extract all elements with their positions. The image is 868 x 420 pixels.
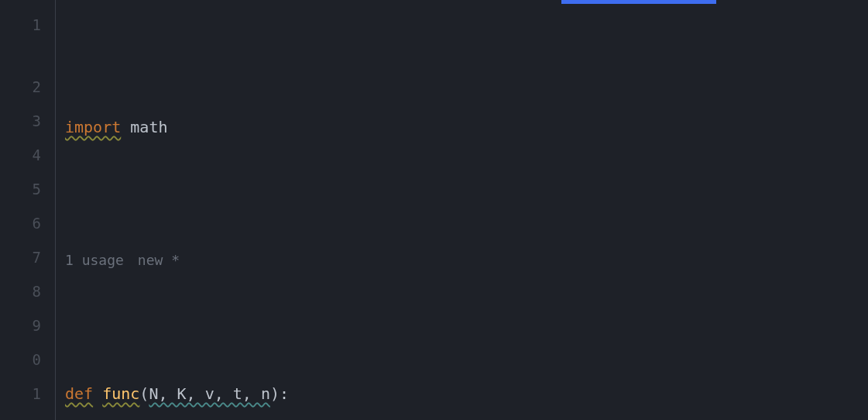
- line-number: 5: [0, 172, 55, 206]
- code-area[interactable]: import math 1 usagenew * def func(N, K, …: [56, 0, 868, 420]
- inlay-meta[interactable]: 1 usagenew *: [65, 246, 868, 274]
- module-name: math: [130, 110, 167, 144]
- code-line[interactable]: def func(N, K, v, t, n):: [65, 377, 868, 411]
- punct: (: [139, 377, 149, 411]
- keyword-import: import: [65, 110, 121, 144]
- line-number: 3: [0, 104, 55, 138]
- line-number: 0: [0, 343, 55, 377]
- tab-highlight: [561, 0, 716, 4]
- line-number: 6: [0, 206, 55, 240]
- function-name: func: [102, 377, 139, 411]
- line-number: 8: [0, 274, 55, 308]
- code-editor[interactable]: 1 2 3 4 5 6 7 8 9 0 1 import math 1 usag…: [0, 0, 868, 420]
- usage-count[interactable]: 1 usage: [65, 252, 124, 268]
- line-number: 7: [0, 240, 55, 274]
- keyword-def: def: [65, 377, 93, 411]
- line-gutter: 1 2 3 4 5 6 7 8 9 0 1: [0, 0, 56, 420]
- line-number: 4: [0, 138, 55, 172]
- line-number: 1: [0, 8, 55, 42]
- line-number: [0, 42, 55, 70]
- punct: ):: [270, 377, 289, 411]
- params: N, K, v, t, n: [149, 377, 270, 411]
- line-number: 2: [0, 70, 55, 104]
- line-number: 9: [0, 308, 55, 343]
- code-line[interactable]: import math: [65, 110, 868, 144]
- author-annotation[interactable]: new *: [138, 252, 180, 268]
- line-number: 1: [0, 377, 55, 411]
